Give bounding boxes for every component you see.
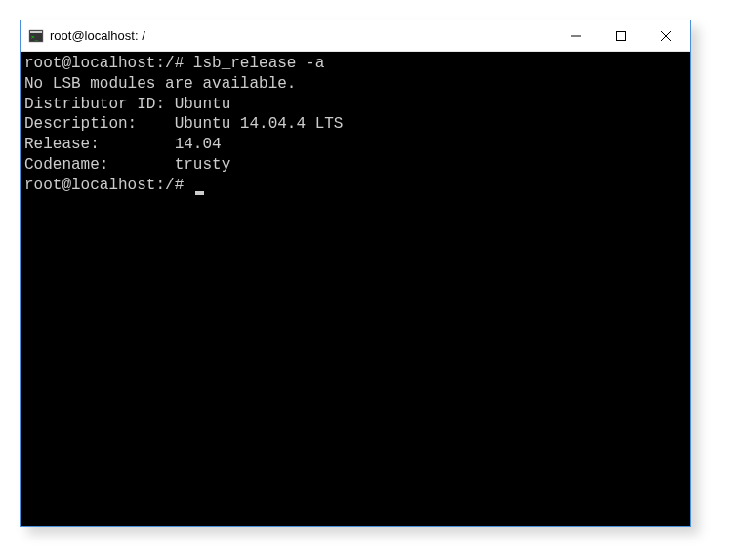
terminal-line: Distributor ID: Ubuntu [24,95,686,115]
terminal-line: No LSB modules are available. [24,74,686,95]
terminal-window: >_ root@localhost: / root@localhost:/# l… [20,20,691,527]
window-controls [554,21,688,51]
terminal-line: Codename: trusty [24,155,686,176]
titlebar[interactable]: >_ root@localhost: / [21,20,690,52]
minimize-button[interactable] [554,21,598,51]
maximize-button[interactable] [598,21,643,51]
cursor [195,191,204,195]
terminal-line: Release: 14.04 [24,135,686,155]
terminal-prompt: root@localhost:/# [24,177,193,194]
terminal-line: root@localhost:/# lsb_release -a [24,54,686,74]
terminal-output[interactable]: root@localhost:/# lsb_release -aNo LSB m… [21,52,690,526]
app-icon: >_ [28,28,44,44]
svg-rect-4 [617,31,626,40]
terminal-line: Description: Ubuntu 14.04.4 LTS [24,114,686,135]
svg-text:>_: >_ [31,33,39,41]
window-title: root@localhost: / [50,28,554,43]
close-button[interactable] [643,21,688,51]
